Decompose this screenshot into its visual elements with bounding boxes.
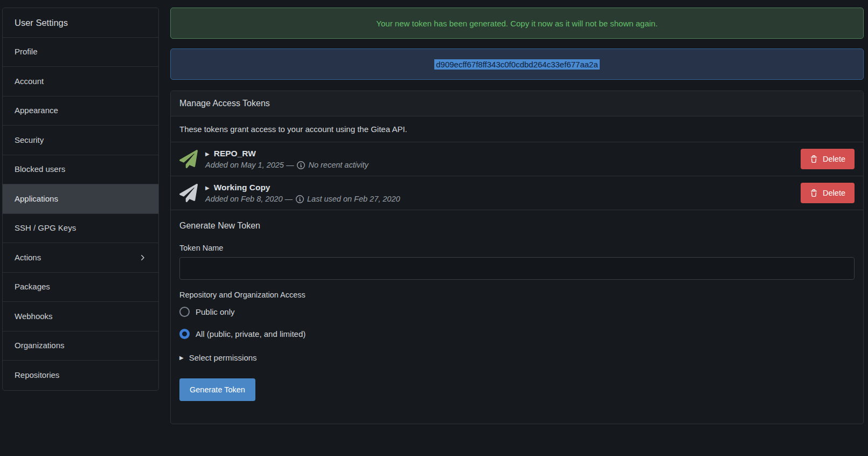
triangle-collapsed-icon: ▶ bbox=[179, 355, 184, 361]
delete-token-button[interactable]: Delete bbox=[801, 183, 855, 203]
token-name: Working Copy bbox=[214, 183, 270, 192]
trash-icon bbox=[810, 189, 818, 197]
info-icon bbox=[297, 161, 305, 169]
sidebar-item-webhooks[interactable]: Webhooks bbox=[3, 302, 158, 331]
token-name: REPO_RW bbox=[214, 149, 256, 158]
delete-token-button[interactable]: Delete bbox=[801, 149, 855, 169]
triangle-collapsed-icon: ▶ bbox=[205, 185, 210, 191]
success-banner-text: Your new token has been generated. Copy … bbox=[376, 19, 657, 28]
chevron-right-icon bbox=[138, 253, 147, 262]
panel-title: Manage Access Tokens bbox=[171, 91, 863, 116]
settings-sidebar: User Settings Profile Account Appearance… bbox=[2, 8, 159, 391]
generate-heading: Generate New Token bbox=[179, 221, 855, 231]
paper-plane-icon bbox=[179, 184, 198, 202]
radio-public-only[interactable]: Public only bbox=[179, 302, 855, 321]
info-icon bbox=[296, 195, 304, 203]
triangle-collapsed-icon: ▶ bbox=[205, 151, 210, 157]
generate-token-section: Generate New Token Token Name Repository… bbox=[171, 210, 863, 424]
sidebar-item-blocked-users[interactable]: Blocked users bbox=[3, 155, 158, 185]
sidebar-title: User Settings bbox=[3, 8, 158, 38]
sidebar-item-actions[interactable]: Actions bbox=[3, 243, 158, 273]
panel-description: These tokens grant access to your accoun… bbox=[171, 116, 863, 142]
trash-icon bbox=[810, 155, 818, 163]
select-permissions-toggle[interactable]: ▶ Select permissions bbox=[179, 353, 855, 362]
access-tokens-panel: Manage Access Tokens These tokens grant … bbox=[170, 91, 864, 424]
radio-icon bbox=[179, 307, 190, 317]
radio-checked-icon bbox=[179, 329, 190, 339]
token-row: ▶ Working Copy Added on Feb 8, 2020 — La… bbox=[171, 176, 863, 210]
sidebar-item-appearance[interactable]: Appearance bbox=[3, 96, 158, 126]
sidebar-item-account[interactable]: Account bbox=[3, 67, 158, 96]
token-meta: Added on May 1, 2025 — No recent activit… bbox=[205, 161, 801, 169]
generate-token-button[interactable]: Generate Token bbox=[179, 378, 255, 401]
paper-plane-icon bbox=[179, 150, 198, 168]
token-row: ▶ REPO_RW Added on May 1, 2025 — No rece… bbox=[171, 142, 863, 176]
access-scope-label: Repository and Organization Access bbox=[179, 291, 855, 299]
sidebar-item-repositories[interactable]: Repositories bbox=[3, 361, 158, 390]
token-name-input[interactable] bbox=[179, 257, 855, 280]
token-expand-toggle[interactable]: ▶ Working Copy bbox=[205, 183, 801, 192]
main-content: Your new token has been generated. Copy … bbox=[170, 8, 864, 424]
settings-page: User Settings Profile Account Appearance… bbox=[0, 0, 868, 456]
sidebar-item-profile[interactable]: Profile bbox=[3, 38, 158, 67]
sidebar-item-ssh-gpg-keys[interactable]: SSH / GPG Keys bbox=[3, 214, 158, 244]
new-token-box: d909ecff67f8ff343c0f0cdbd264c33ef677aa2a bbox=[170, 49, 864, 80]
sidebar-item-applications[interactable]: Applications bbox=[3, 184, 158, 214]
token-meta: Added on Feb 8, 2020 — Last used on Feb … bbox=[205, 195, 801, 203]
token-expand-toggle[interactable]: ▶ REPO_RW bbox=[205, 149, 801, 158]
token-name-label: Token Name bbox=[179, 244, 855, 252]
sidebar-item-organizations[interactable]: Organizations bbox=[3, 331, 158, 361]
sidebar-item-security[interactable]: Security bbox=[3, 126, 158, 155]
radio-all-access[interactable]: All (public, private, and limited) bbox=[179, 324, 855, 343]
new-token-value[interactable]: d909ecff67f8ff343c0f0cdbd264c33ef677aa2a bbox=[434, 59, 600, 70]
success-banner: Your new token has been generated. Copy … bbox=[170, 8, 864, 39]
sidebar-item-packages[interactable]: Packages bbox=[3, 273, 158, 302]
